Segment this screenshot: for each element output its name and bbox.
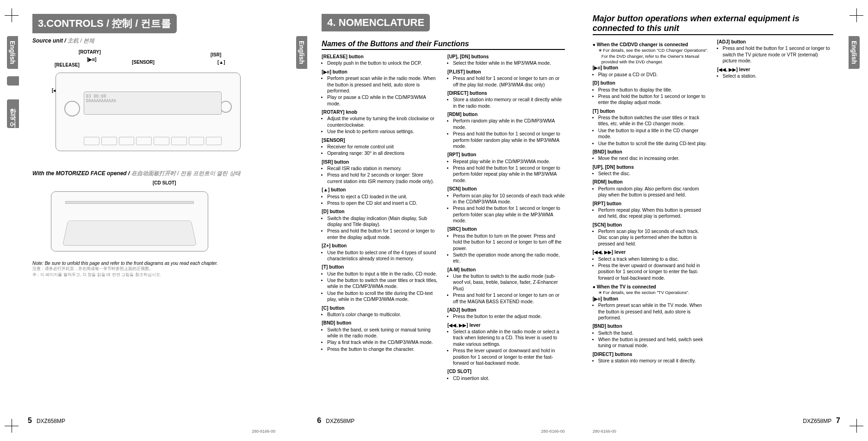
p6c1-item: Press to eject a CD loaded in the unit. [327, 194, 439, 200]
p6c2-item: Switch the operation mode among the radi… [453, 252, 565, 264]
p6c1-heading: [T] button [322, 264, 439, 270]
p6c2-heading: [A-M] button [447, 267, 565, 273]
lang-tab-english: English [296, 36, 307, 69]
p6c1-item: Deeply push in the button to unlock the … [327, 60, 439, 66]
p7l1-heading: [▶ıı] button [593, 65, 709, 71]
lang-tab-korean: 한국어 [7, 99, 19, 128]
p6c2-heading: [ADJ] button [447, 307, 565, 313]
p7l1-list: Select a track when listening to a disc.… [593, 256, 709, 282]
p6c1-item: Press and hold the button for 1 second o… [327, 228, 439, 240]
p7l1-heading: [◀◀, ▶▶] lever [593, 249, 709, 255]
p7l1-item: Press the button switches the user title… [598, 115, 709, 127]
p7l2-item: When the button is pressed and held, swi… [598, 337, 709, 349]
p7l1-heading: [SCN] button [593, 222, 709, 228]
p6c1-item: Adjust the volume by turning the knob cl… [327, 116, 439, 128]
lang-tab-chinese: 中文 [7, 76, 19, 86]
note-cd-changer: For details, see the section "CD Changer… [598, 48, 709, 65]
lang-tab-english: English [849, 36, 860, 69]
p7l1-heading: [D] button [593, 80, 709, 86]
p6c1-item: Receiver for remote control unit [327, 144, 439, 150]
p6c1-item: Perform preset scan while in the radio m… [327, 75, 439, 94]
model-code: DXZ658MP [37, 418, 65, 424]
p7l1-item: Perform repeat play. When this button is… [598, 207, 709, 220]
p6c1-item: Button's color change to multicolor. [327, 312, 439, 318]
p6c2-item: Select a station while in the radio mode… [453, 329, 565, 347]
p7l1-item: Perform scan play for 10 seconds of each… [598, 228, 709, 247]
callout-play: [▶ıı] [87, 57, 96, 62]
page-number: 5 DXZ658MP [28, 416, 65, 425]
subtitle-ko: 본체 [83, 37, 94, 44]
p6c1-item: Recall ISR radio station in memory. [327, 165, 439, 172]
p6c2-heading: [P.LIST] button [447, 69, 565, 75]
p6c1-item: Press the button to change the character… [327, 346, 439, 352]
diagram-head-unit: 03 06:08DAAAAAAAAAAA [56, 73, 241, 151]
model-code: DXZ658MP [326, 418, 354, 424]
p6c2-heading: [SRC] button [447, 226, 565, 232]
p6c1-item: Play a first track while in the CD/MP3/W… [327, 339, 439, 345]
p6c1-list: Perform preset scan while in the radio m… [322, 75, 439, 107]
note-tv-ops: For details, see the section "TV Operati… [598, 290, 709, 295]
p6c2-item: Perform random play while in the CD/MP3/… [453, 118, 565, 130]
p6c1-item: Use the button to switch the user titles… [327, 277, 439, 290]
p7l1-item: Move the next disc in increasing order. [598, 155, 709, 161]
p6c1-item: Press to open the CD slot and insert a C… [327, 200, 439, 206]
p6c1-item: Use the button to scroll the title durin… [327, 290, 439, 303]
p6c2-list: Repeat play while in the CD/MP3/WMA mode… [447, 159, 565, 184]
page6-column-1: [RELEASE] buttonDeeply push in the butto… [322, 54, 439, 383]
lcd-screen: 03 06:08DAAAAAAAAAAA [84, 92, 222, 115]
diagram-open-face [51, 191, 208, 251]
p6c2-heading: [◀◀, ▶▶] lever [447, 322, 565, 328]
p7l1-heading: [T] button [593, 108, 709, 114]
p7l1-heading: [UP], [DN] buttons [593, 164, 709, 170]
p6c2-item: Press and hold the button for 1 second o… [453, 131, 565, 149]
callout-eject: [▲] [217, 60, 225, 65]
p6c1-heading: [RELEASE] button [322, 54, 439, 60]
page-num-val: 7 [836, 416, 840, 424]
p6c1-heading: [ISR] button [322, 159, 439, 165]
p6c2-item: Store a station into memory or recall it… [453, 97, 565, 109]
p7l1-heading: [RPT] button [593, 201, 709, 207]
page-6: English 4. NOMENCLATURE Names of the But… [289, 0, 578, 441]
p7l1-list: Press the button switches the user title… [593, 115, 709, 147]
p6c2-list: Select the folder while in the MP3/WMA m… [447, 60, 565, 66]
p6c1-heading: [D] button [322, 208, 439, 214]
p6c2-list: Press the button to turn on the power. P… [447, 233, 565, 264]
p6c2-list: Perform scan play for 10 seconds of each… [447, 193, 565, 224]
p6c2-item: Press the button to enter the adjust mod… [453, 313, 565, 319]
p7l2-item: Perform preset scan while in the TV mode… [598, 302, 709, 321]
p7l2-heading: [BND] button [593, 323, 709, 329]
p7l2-item: Switch the band. [598, 330, 709, 336]
callout-release: [RELEASE] [55, 62, 80, 67]
p7l2-list: Perform preset scan while in the TV mode… [593, 302, 709, 321]
p7l1-heading: [BND] button [593, 149, 709, 155]
page6-column-2: [UP], [DN] buttonsSelect the folder whil… [447, 54, 565, 383]
p7l1-item: Use the button to scroll the title durin… [598, 141, 709, 147]
p7l2-list: Store a station into memory or recall it… [593, 358, 709, 364]
callout-rotary: [ROTARY] [79, 49, 101, 55]
divider [593, 34, 833, 35]
p6c1-list: Switch the display indication (Main disp… [322, 215, 439, 241]
p7r-list: Select a station. [717, 73, 833, 79]
p6c2-item: Press the button to turn on the power. P… [453, 233, 565, 251]
subtitle-zh: 主机 / [68, 37, 82, 44]
page-number: DXZ658MP 7 [803, 416, 840, 425]
page7-column-1: When the CD/DVD changer is connected For… [593, 39, 709, 366]
p7l1-list: Perform repeat play. When this button is… [593, 207, 709, 220]
p6c2-list: Select a station while in the radio mode… [447, 329, 565, 366]
p6c1-list: Press to eject a CD loaded in the unit.P… [322, 194, 439, 207]
p7l2-heading: [DIRECT] buttons [593, 351, 709, 357]
p6c2-item: Select the folder while in the MP3/WMA m… [453, 60, 565, 66]
subtitle-motorized-face: With the MOTORIZED FACE opened / 在自动面板打开… [32, 170, 271, 178]
subtitle-source-unit: Source unit / 主机 / 본체 [32, 37, 271, 45]
openface-ko: 전동 프런트이 열린 상태 [180, 170, 241, 177]
p7l1-item: Play or pause a CD or DVD. [598, 72, 709, 78]
p6c2-list: Press and hold for 1 second or longer to… [447, 75, 565, 88]
section-title-controls: 3.CONTROLS / 控制 / 컨트롤 [32, 14, 177, 33]
p6c1-list: Receiver for remote control unitOperatin… [322, 144, 439, 157]
p6c2-heading: [SCN] button [447, 186, 565, 192]
p7l2-heading: [▶ıı] button [593, 296, 709, 302]
callout-cdslot: [CD SLOT] [153, 180, 176, 185]
p6c1-item: Press and hold for 2 seconds or longer: … [327, 172, 439, 184]
p6c2-item: Perform scan play for 10 seconds of each… [453, 193, 565, 205]
page-num-val: 5 [28, 416, 32, 424]
